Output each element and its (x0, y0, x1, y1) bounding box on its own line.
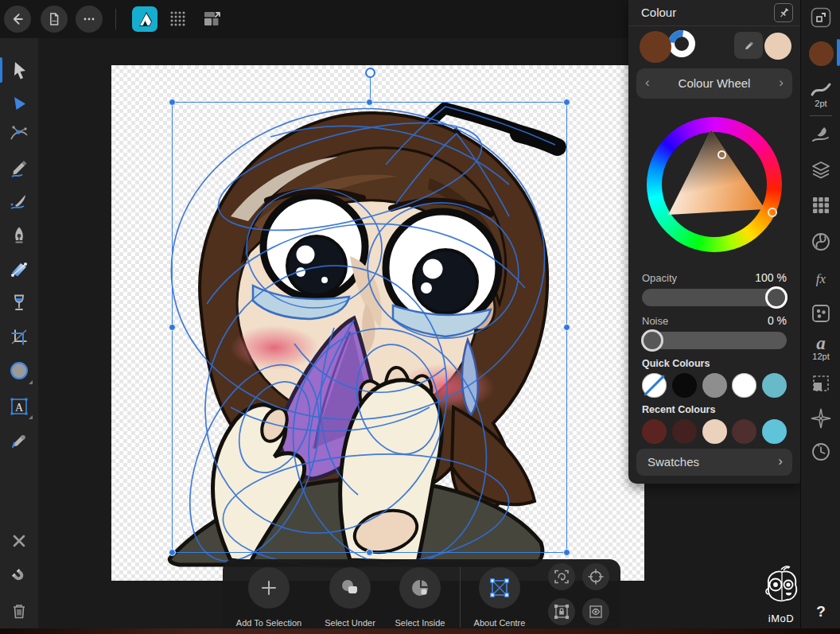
swatches-row-button[interactable]: Swatches › (636, 449, 792, 476)
pencil-tool-icon (9, 158, 29, 178)
artboard[interactable] (111, 65, 644, 581)
fill-stroke-selector[interactable] (640, 29, 695, 64)
tool-pencil[interactable] (0, 152, 38, 184)
tools-sidebar: A (0, 38, 38, 634)
brush-icon (811, 125, 831, 146)
quick-colour-swatch-2[interactable] (702, 373, 727, 398)
quick-colour-swatch-3[interactable] (732, 373, 756, 398)
tool-node[interactable] (0, 88, 38, 119)
tool-crop[interactable] (0, 321, 38, 353)
sidebar-brush-button[interactable] (801, 121, 840, 150)
sidebar-fx-button[interactable]: fx (801, 264, 840, 293)
selection-handle-sw[interactable] (169, 549, 176, 556)
select-under-icon (339, 577, 361, 599)
selection-handle-n[interactable] (366, 99, 373, 106)
sidebar-transform-button[interactable] (801, 369, 840, 398)
transform-icon (811, 373, 831, 394)
noise-slider-knob[interactable] (641, 329, 663, 352)
fill-tool-icon (9, 293, 29, 313)
sidebar-stroke-button[interactable] (801, 78, 840, 100)
opacity-slider-knob[interactable] (765, 286, 788, 309)
rotation-handle[interactable] (365, 68, 375, 78)
sidebar-layers-button[interactable] (801, 156, 840, 185)
export-persona-button[interactable] (199, 6, 224, 32)
next-mode-chevron[interactable]: › (779, 75, 784, 91)
select-inside-button[interactable] (399, 567, 441, 609)
noise-label: Noise (642, 315, 668, 327)
pixel-persona-button[interactable] (165, 6, 191, 32)
expand-icon (811, 7, 831, 28)
set-centre-button[interactable] (582, 563, 609, 590)
tool-fill[interactable] (0, 287, 38, 319)
opacity-slider[interactable] (642, 289, 787, 306)
back-icon (10, 11, 25, 27)
sidebar-noise-button[interactable] (801, 299, 840, 328)
quick-colour-swatch-0[interactable] (642, 373, 667, 398)
selection-handle-nw[interactable] (169, 99, 176, 106)
quick-colour-swatch-1[interactable] (672, 373, 697, 398)
more-button[interactable] (76, 6, 103, 33)
sidebar-symbols-button[interactable] (801, 228, 840, 256)
pin-button[interactable] (774, 3, 793, 22)
tool-vector-brush[interactable] (0, 186, 38, 218)
fill-swatch[interactable] (640, 31, 671, 63)
tool-colour-picker[interactable] (0, 425, 38, 457)
target-icon (587, 568, 605, 585)
tool-gradient[interactable] (0, 254, 38, 286)
deselect-button[interactable] (0, 525, 38, 557)
tool-text[interactable]: A (0, 391, 38, 422)
toolbar-separator (115, 9, 116, 29)
snapping-button[interactable] (0, 560, 38, 592)
sidebar-swatches-button[interactable] (801, 191, 840, 220)
trash-icon (10, 602, 28, 620)
recent-colour-swatch-4[interactable] (762, 419, 787, 444)
context-toolbar: Add To Selection Select Under Select Ins… (223, 559, 620, 634)
tool-contour[interactable] (0, 118, 38, 150)
colour-mode-selector[interactable]: ‹ Colour Wheel › (636, 68, 792, 99)
pen-tool-icon (9, 225, 29, 246)
recent-colour-swatch-1[interactable] (672, 419, 697, 444)
help-button[interactable]: ? (801, 603, 840, 620)
collapse-panel-button[interactable] (801, 3, 840, 32)
active-panel-indicator (837, 39, 840, 66)
stroke-icon (810, 80, 832, 98)
lock-bounds-button[interactable] (548, 598, 575, 625)
ellipse-tool-icon (8, 360, 30, 383)
selection-box[interactable] (172, 102, 567, 553)
noise-slider[interactable] (642, 332, 787, 349)
designer-logo-icon (132, 6, 158, 32)
add-to-selection-button[interactable] (248, 567, 290, 609)
sidebar-colour-button[interactable] (801, 40, 840, 67)
tool-move[interactable] (0, 54, 38, 86)
about-centre-icon (488, 576, 511, 600)
reveal-bounds-button[interactable] (582, 598, 609, 625)
selection-handle-se[interactable] (563, 549, 570, 556)
tool-pen[interactable] (0, 220, 38, 251)
designer-persona-button[interactable] (132, 6, 158, 32)
sidebar-history-button[interactable] (801, 438, 840, 466)
quick-colour-swatch-4[interactable] (762, 373, 787, 398)
eyedropper-button[interactable] (734, 32, 763, 59)
selection-handle-e[interactable] (563, 324, 570, 331)
recent-colour-swatch-2[interactable] (702, 419, 727, 444)
about-centre-button[interactable] (479, 567, 520, 609)
shade-selector-dot[interactable] (718, 150, 726, 159)
svg-text:fx: fx (816, 271, 826, 286)
colour-wheel[interactable] (647, 117, 782, 252)
document-menu-button[interactable] (41, 6, 68, 33)
back-button[interactable] (4, 6, 31, 33)
cycle-selection-button[interactable] (548, 563, 575, 590)
delete-button[interactable] (0, 595, 38, 627)
top-toolbar (0, 0, 628, 38)
tool-shape-ellipse[interactable] (0, 356, 38, 387)
select-under-button[interactable] (329, 567, 371, 609)
selection-handle-s[interactable] (366, 549, 373, 556)
selection-handle-w[interactable] (169, 324, 176, 331)
picked-colour-swatch[interactable] (764, 33, 791, 60)
hue-selector-dot[interactable] (768, 208, 777, 217)
recent-colour-swatch-0[interactable] (642, 419, 667, 444)
imod-logo-icon (757, 563, 805, 611)
recent-colour-swatch-3[interactable] (732, 419, 756, 444)
sidebar-snapping-button[interactable] (801, 404, 840, 433)
selection-handle-ne[interactable] (563, 99, 570, 106)
